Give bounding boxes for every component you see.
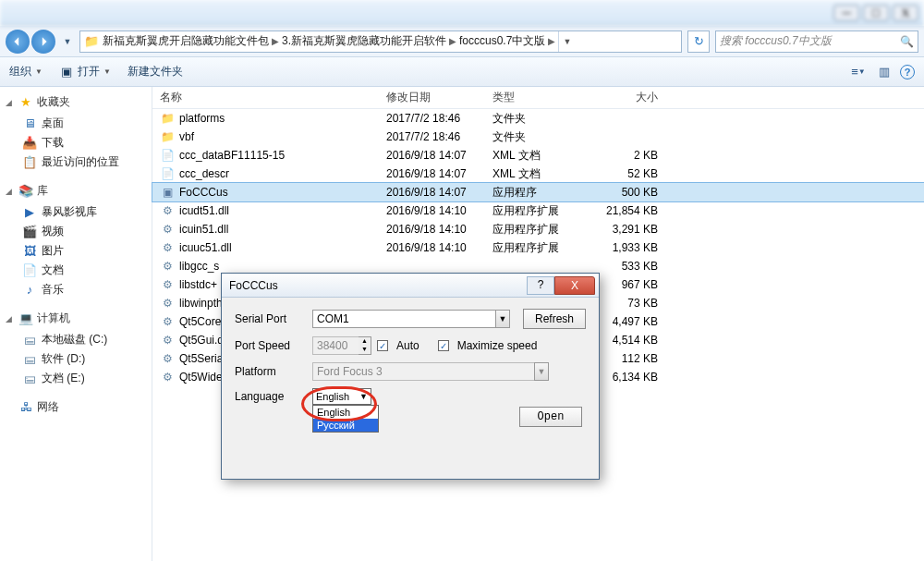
table-row[interactable]: ▣FoCCCus2016/9/18 14:07应用程序500 KB xyxy=(152,183,924,201)
column-header-date[interactable]: 修改日期 xyxy=(379,90,485,105)
search-input[interactable]: 搜索 focccus0.7中文版 🔍 xyxy=(715,30,918,53)
port-speed-input xyxy=(312,336,359,355)
file-size: 6,134 KB xyxy=(591,371,665,384)
table-row[interactable]: 📄ccc_dataBF11115-152016/9/18 14:07XML 文档… xyxy=(152,146,924,165)
spinner-buttons[interactable]: ▲▼ xyxy=(359,336,371,355)
file-size: 73 KB xyxy=(591,297,665,310)
nav-back-button[interactable] xyxy=(6,30,30,54)
sidebar-item-drive-e[interactable]: 🖴文档 (E:) xyxy=(6,369,146,388)
language-combo[interactable]: English▼ English Русский xyxy=(312,388,371,405)
file-size: 4,514 KB xyxy=(591,334,665,347)
file-name: icuuc51.dll xyxy=(179,241,232,254)
dll-icon: ⚙ xyxy=(160,314,175,329)
breadcrumb-segment[interactable]: 3.新福克斯翼虎隐藏功能开启软件 xyxy=(282,33,446,49)
column-header-name[interactable]: 名称 xyxy=(152,90,379,105)
star-icon: ★ xyxy=(18,95,33,110)
serial-port-input[interactable] xyxy=(312,310,495,328)
dialog-titlebar[interactable]: FoCCCus ? X xyxy=(222,274,599,298)
file-size: 21,854 KB xyxy=(591,204,665,217)
sidebar-item-downloads[interactable]: 📥下载 xyxy=(6,133,146,152)
nav-forward-button[interactable] xyxy=(31,30,55,54)
sidebar-item-drive-d[interactable]: 🖴软件 (D:) xyxy=(6,349,146,369)
sidebar-item-desktop[interactable]: 🖥桌面 xyxy=(6,114,146,133)
preview-pane-button[interactable]: ▥ xyxy=(874,63,894,81)
sidebar-item-recent[interactable]: 📋最近访问的位置 xyxy=(6,152,146,172)
file-name: libwinpth xyxy=(179,297,223,310)
platform-input xyxy=(312,362,534,381)
file-date: 2017/7/2 18:46 xyxy=(379,112,485,125)
nav-history-dropdown[interactable]: ▼ xyxy=(61,30,74,54)
sidebar-item-pictures[interactable]: 🖼图片 xyxy=(6,241,146,261)
file-name: Qt5Core xyxy=(179,315,221,328)
file-name: libgcc_s xyxy=(179,260,219,273)
sidebar-favorites-header[interactable]: ◢★收藏夹 xyxy=(6,94,146,110)
file-date: 2017/7/2 18:46 xyxy=(379,130,485,143)
file-size: 1,933 KB xyxy=(591,241,665,254)
file-size: 112 KB xyxy=(591,352,665,365)
sidebar-network-header[interactable]: ◢🖧网络 xyxy=(6,399,146,415)
open-button[interactable]: Open xyxy=(519,407,582,427)
port-speed-label: Port Speed xyxy=(235,339,307,352)
file-name: ccc_descr xyxy=(179,167,229,180)
nav-refresh-button[interactable]: ↻ xyxy=(687,30,710,53)
breadcrumb[interactable]: 📁 新福克斯翼虎开启隐藏功能文件包▶ 3.新福克斯翼虎隐藏功能开启软件▶ foc… xyxy=(79,30,682,53)
window-minimize-button[interactable]: ─ xyxy=(833,5,859,21)
sidebar-item-video[interactable]: 🎬视频 xyxy=(6,222,146,241)
table-row[interactable]: ⚙icudt51.dll2016/9/18 14:10应用程序扩展21,854 … xyxy=(152,201,924,220)
column-headers: 名称 修改日期 类型 大小 xyxy=(152,87,924,109)
open-button[interactable]: ▣打开▼ xyxy=(59,64,111,79)
refresh-button[interactable]: Refresh xyxy=(523,309,586,329)
sidebar-item-baofeng[interactable]: ▶暴风影视库 xyxy=(6,202,146,222)
drive-icon: 🖴 xyxy=(22,372,37,386)
window-close-button[interactable]: X xyxy=(893,5,918,21)
breadcrumb-dropdown[interactable]: ▼ xyxy=(558,31,575,52)
dialog-close-button[interactable]: X xyxy=(554,276,595,295)
sidebar-computer-header[interactable]: ◢💻计算机 xyxy=(6,311,146,326)
maximize-checkbox[interactable]: ✓ xyxy=(438,340,449,351)
file-date: 2016/9/18 14:10 xyxy=(379,241,485,254)
language-option-english[interactable]: English xyxy=(313,406,378,419)
sidebar-item-drive-c[interactable]: 🖴本地磁盘 (C:) xyxy=(6,330,146,349)
sidebar-item-documents[interactable]: 📄文档 xyxy=(6,261,146,280)
breadcrumb-segment[interactable]: focccus0.7中文版 xyxy=(459,33,545,49)
file-size: 967 KB xyxy=(591,278,665,291)
documents-icon: 📄 xyxy=(22,263,37,278)
dialog-help-button[interactable]: ? xyxy=(527,276,554,295)
column-header-size[interactable]: 大小 xyxy=(591,90,665,105)
pictures-icon: 🖼 xyxy=(22,244,37,259)
table-row[interactable]: 📁platforms2017/7/2 18:46文件夹 xyxy=(152,109,924,128)
table-row[interactable]: 📄ccc_descr2016/9/18 14:07XML 文档52 KB xyxy=(152,165,924,183)
file-date: 2016/9/18 14:07 xyxy=(379,186,485,199)
chevron-right-icon: ▶ xyxy=(272,36,279,46)
drive-icon: 🖴 xyxy=(22,352,37,367)
column-header-type[interactable]: 类型 xyxy=(485,90,591,105)
port-speed-spinner[interactable]: ▲▼ xyxy=(312,336,371,355)
file-name: platforms xyxy=(179,112,225,125)
file-type: 文件夹 xyxy=(485,111,591,127)
file-type: 应用程序 xyxy=(485,185,591,201)
table-row[interactable]: ⚙icuin51.dll2016/9/18 14:10应用程序扩展3,291 K… xyxy=(152,220,924,238)
sidebar-item-music[interactable]: ♪音乐 xyxy=(6,280,146,299)
sidebar-libraries-header[interactable]: ◢📚库 xyxy=(6,183,146,199)
table-row[interactable]: 📁vbf2017/7/2 18:46文件夹 xyxy=(152,128,924,146)
help-icon[interactable]: ? xyxy=(900,65,915,79)
breadcrumb-segment[interactable]: 新福克斯翼虎开启隐藏功能文件包 xyxy=(103,33,269,49)
xml-icon: 📄 xyxy=(160,148,175,163)
library-icon: 📚 xyxy=(18,184,33,199)
organize-menu[interactable]: 组织▼ xyxy=(9,64,43,79)
view-options-button[interactable]: ≡ ▼ xyxy=(848,63,869,81)
new-folder-button[interactable]: 新建文件夹 xyxy=(128,64,183,79)
chevron-right-icon: ▶ xyxy=(449,36,456,46)
toolbar: 组织▼ ▣打开▼ 新建文件夹 ≡ ▼ ▥ ? xyxy=(0,57,924,87)
auto-checkbox[interactable]: ✓ xyxy=(377,340,388,351)
window-maximize-button[interactable]: □ xyxy=(863,5,889,21)
table-row[interactable]: ⚙icuuc51.dll2016/9/18 14:10应用程序扩展1,933 K… xyxy=(152,238,924,257)
dll-icon: ⚙ xyxy=(160,370,175,384)
language-option-russian[interactable]: Русский xyxy=(313,419,378,432)
desktop-icon: 🖥 xyxy=(22,116,37,131)
file-type: 应用程序扩展 xyxy=(485,203,591,219)
serial-port-combo[interactable]: ▼ xyxy=(312,310,510,328)
platform-combo[interactable]: ▼ xyxy=(312,362,549,381)
dll-icon: ⚙ xyxy=(160,277,175,292)
chevron-down-icon[interactable]: ▼ xyxy=(495,310,510,328)
